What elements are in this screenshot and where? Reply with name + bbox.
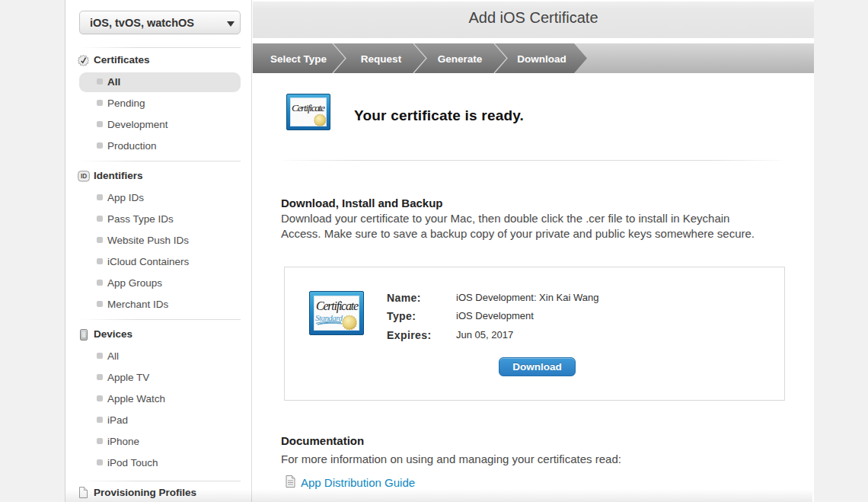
svg-text:Standard: Standard (315, 313, 343, 322)
svg-text:Select Type: Select Type (270, 53, 327, 65)
svg-text:Download: Download (517, 53, 566, 65)
svg-text:Certificate: Certificate (292, 102, 325, 114)
svg-text:Certificate: Certificate (316, 299, 359, 313)
svg-text:ID: ID (81, 173, 87, 180)
svg-text:Request: Request (361, 53, 402, 65)
svg-text:Generate: Generate (438, 53, 483, 65)
